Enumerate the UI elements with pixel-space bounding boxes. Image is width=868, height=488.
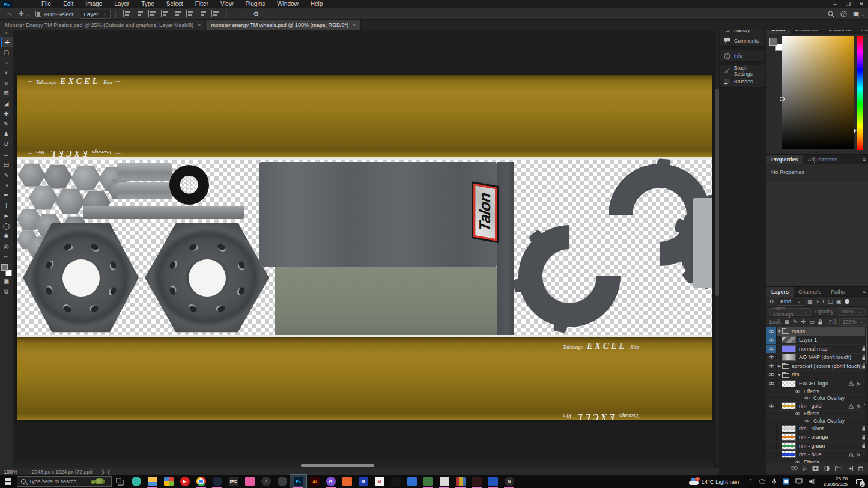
taskbar-app-dark-red-app[interactable]: [469, 475, 485, 488]
taskbar-app-photoshop[interactable]: Ps: [290, 475, 306, 488]
close-button[interactable]: ✕: [855, 0, 868, 8]
distribute-middle-icon[interactable]: [186, 10, 194, 17]
taskbar-app-gamepad-pink[interactable]: [241, 475, 258, 488]
taskbar-search[interactable]: [17, 476, 112, 487]
visibility-toggle[interactable]: [766, 327, 777, 336]
properties-tab-adjustments[interactable]: Adjustments: [803, 155, 843, 164]
lock-artboard-icon[interactable]: ▭: [809, 319, 815, 325]
delete-layer-icon[interactable]: [858, 466, 863, 471]
object-selection-tool[interactable]: ⌖: [1, 68, 13, 78]
layer-row[interactable]: Layer 1: [766, 336, 868, 345]
distribute-bottom-icon[interactable]: [199, 10, 207, 17]
help-icon[interactable]: ?: [840, 11, 847, 17]
visibility-toggle[interactable]: [766, 442, 777, 450]
hue-slider[interactable]: [857, 36, 863, 150]
eye-icon[interactable]: [795, 460, 800, 463]
fx-badge[interactable]: fx: [857, 381, 861, 387]
taskbar-app-winrar[interactable]: [452, 475, 469, 488]
layer-row[interactable]: AO MAP (don't touch): [766, 354, 868, 363]
menu-select[interactable]: Select: [161, 0, 189, 8]
layer-effects-row[interactable]: Effects: [766, 411, 868, 418]
tab-close-icon[interactable]: ×: [353, 22, 356, 28]
layer-row[interactable]: EXCEL logofx⌃: [766, 379, 868, 388]
align-left-icon[interactable]: [123, 10, 131, 17]
task-view-icon[interactable]: [112, 475, 128, 488]
weather-widget[interactable]: 1 14°C Light rain: [689, 478, 739, 485]
canvas-area[interactable]: TakasagoEXCELRim TakasagoEXCELRim Talon …: [14, 30, 714, 463]
layer-row[interactable]: rim - orange: [766, 433, 868, 442]
edit-toolbar[interactable]: ⋯: [1, 252, 13, 262]
visibility-toggle[interactable]: [766, 402, 777, 411]
menu-plugins[interactable]: Plugins: [240, 0, 270, 8]
taskbar-app-microsoft-store[interactable]: [160, 475, 177, 488]
taskbar-app-file-explorer[interactable]: [144, 475, 160, 488]
panel-button-brush-settings[interactable]: Brush Settings: [720, 65, 765, 76]
filter-smart-icon[interactable]: ▣: [836, 298, 842, 304]
more-options-icon[interactable]: ···: [239, 10, 246, 17]
saturation-brightness-field[interactable]: [782, 36, 854, 149]
search-icon[interactable]: [828, 11, 834, 17]
expand-arrow-icon[interactable]: ▶: [777, 364, 782, 369]
visibility-toggle[interactable]: [766, 371, 777, 379]
pen-tool[interactable]: ✒: [1, 190, 13, 200]
zoom-tool[interactable]: ◎: [1, 241, 13, 252]
visibility-toggle[interactable]: [766, 451, 777, 459]
blend-mode-dropdown[interactable]: Pass Through⌄: [769, 308, 811, 316]
menu-filter[interactable]: Filter: [190, 0, 214, 8]
taskbar-app-n-circle-app[interactable]: N: [501, 475, 517, 488]
distribute-top-icon[interactable]: [174, 10, 181, 17]
healing-brush-tool[interactable]: ✚: [1, 109, 13, 119]
visibility-toggle[interactable]: [766, 345, 777, 353]
menu-layer[interactable]: Layer: [109, 0, 135, 8]
filter-pixel-icon[interactable]: ▦: [807, 298, 813, 304]
hand-tool[interactable]: ✱: [1, 231, 13, 241]
lock-all-icon[interactable]: [818, 319, 822, 325]
lasso-tool[interactable]: ○: [1, 58, 13, 68]
history-brush-tool[interactable]: ↺: [1, 139, 13, 149]
taskbar-app-chrome[interactable]: [193, 475, 209, 488]
layers-tab-channels[interactable]: Channels: [794, 287, 826, 297]
layers-scrollbar[interactable]: [865, 327, 868, 463]
hue-slider-arrow[interactable]: [854, 128, 857, 133]
layer-effect-row[interactable]: Color Overlay: [766, 418, 868, 425]
default-colors-icon[interactable]: [1, 264, 12, 276]
taskbar-app-utility-black[interactable]: [387, 475, 404, 488]
eye-icon[interactable]: [795, 412, 800, 416]
fill-value[interactable]: 100%⌄: [839, 318, 867, 326]
scrollbar-thumb[interactable]: [715, 89, 719, 296]
layer-row[interactable]: rim - green: [766, 442, 868, 451]
eraser-tool[interactable]: ▱: [1, 149, 13, 160]
filter-search-icon[interactable]: [769, 299, 775, 304]
taskbar-app-m-red-app[interactable]: M: [371, 475, 387, 488]
new-layer-icon[interactable]: [848, 466, 853, 471]
crop-tool[interactable]: ⌗: [1, 78, 13, 88]
panel-button-brushes[interactable]: Brushes: [720, 76, 765, 87]
properties-tab-properties[interactable]: Properties: [766, 155, 803, 164]
eye-icon[interactable]: [795, 389, 800, 393]
panel-button-info[interactable]: iInfo: [720, 50, 765, 61]
eyedropper-tool[interactable]: ◢: [1, 98, 13, 109]
visibility-toggle[interactable]: [766, 433, 777, 442]
network-icon[interactable]: [795, 478, 803, 484]
collapse-arrow-icon[interactable]: ▼: [777, 329, 782, 333]
distribute-h-icon[interactable]: [211, 10, 219, 17]
taskbar-app-illustrator[interactable]: Ai: [306, 475, 323, 488]
collapse-arrow-icon[interactable]: ▼: [777, 373, 782, 377]
filter-type-icon[interactable]: T: [822, 298, 825, 304]
link-layers-icon[interactable]: [791, 466, 798, 471]
layers-tab-paths[interactable]: Paths: [826, 287, 849, 297]
volume-icon[interactable]: [809, 478, 816, 484]
taskbar-clock[interactable]: 23:20 23/05/2025: [824, 476, 848, 487]
tab-close-icon[interactable]: ×: [198, 22, 201, 28]
dodge-tool[interactable]: ◑: [1, 180, 13, 190]
taskbar-app-f1-tv[interactable]: f: [258, 475, 274, 488]
layer-row[interactable]: rim - silver: [766, 424, 868, 433]
tray-overflow-chevron[interactable]: ⌃: [748, 478, 753, 484]
auto-select-target-dropdown[interactable]: Layer⌄: [80, 10, 111, 19]
workspace-switcher-icon[interactable]: ▣ ⌄: [853, 10, 864, 18]
taskbar-app-media-app[interactable]: [274, 475, 290, 488]
layer-effect-row[interactable]: Color Overlay: [766, 395, 868, 402]
visibility-toggle[interactable]: [766, 362, 777, 370]
minimize-button[interactable]: –: [828, 0, 842, 8]
color-cursor[interactable]: [780, 97, 785, 101]
